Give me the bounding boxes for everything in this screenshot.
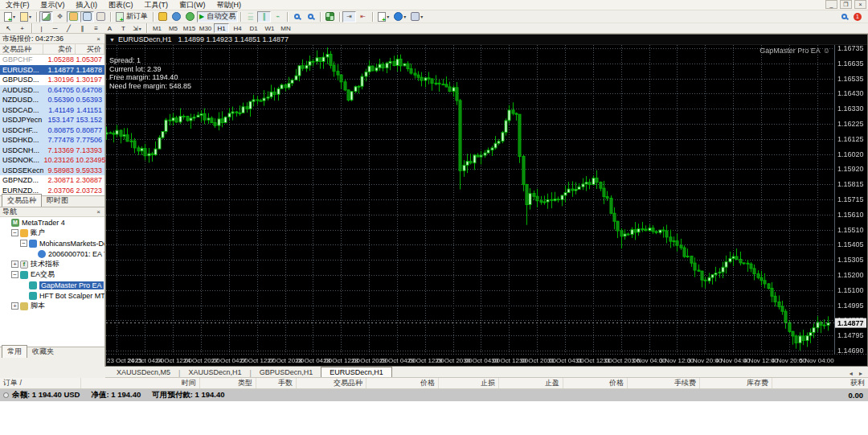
menu-item-工具[interactable]: 工具(T) xyxy=(139,0,174,10)
expand-icon[interactable]: + xyxy=(11,261,18,268)
navigator-tab-常用[interactable]: 常用 xyxy=(2,345,27,358)
label-tool[interactable]: T xyxy=(117,23,130,34)
trendline-tool[interactable]: ╱ xyxy=(62,23,76,34)
terminal-column-7[interactable]: 止盈 xyxy=(498,378,563,388)
strategy-tester-toggle[interactable] xyxy=(94,11,108,23)
templates-button[interactable]: ▾ xyxy=(408,11,425,23)
collapse-icon[interactable]: − xyxy=(20,240,27,247)
bar-chart-button[interactable]: 𝄛 xyxy=(244,11,257,23)
ea-smiley-icon[interactable]: ☺ xyxy=(823,47,830,55)
market-button[interactable] xyxy=(183,11,197,23)
navigator-item[interactable]: MMetaTrader 4 xyxy=(0,217,104,228)
market-watch-row[interactable]: USDCHF...0.808750.80877 xyxy=(0,125,104,136)
channel-tool[interactable]: ∥ xyxy=(76,23,89,34)
chart-plot-area[interactable]: Spread: 1Current lot: 2.39Free margin: 1… xyxy=(106,45,867,366)
chart-tab-XAUUSDecn,H1[interactable]: XAUUSDecn,H1 xyxy=(180,367,249,377)
market-watch-toggle[interactable] xyxy=(39,11,53,23)
timeframe-H1[interactable]: H1 xyxy=(214,23,229,33)
market-watch-row[interactable]: GBPCHF1.052881.05307 xyxy=(0,55,104,65)
collapse-icon[interactable] xyxy=(3,392,9,398)
terminal-column-2[interactable]: 类型 xyxy=(199,378,256,388)
timeframe-M30[interactable]: M30 xyxy=(198,23,213,33)
column-header-1[interactable]: 卖价 xyxy=(43,44,76,54)
chart-tab-GBPUSDecn,H1[interactable]: GBPUSDecn,H1 xyxy=(252,367,321,377)
data-window-toggle[interactable]: ✥ xyxy=(53,11,67,23)
menu-item-插入[interactable]: 插入(I) xyxy=(71,0,104,10)
navigator-tab-收藏夹[interactable]: 收藏夹 xyxy=(27,346,59,358)
navigator-item[interactable]: GapMaster Pro EA xyxy=(0,280,104,290)
chart-tab-XAUUSDecn,M5[interactable]: XAUUSDecn,M5 xyxy=(108,367,178,377)
close-icon[interactable]: × xyxy=(95,208,102,215)
terminal-column-4[interactable]: 交易品种 xyxy=(296,378,366,388)
navigator-item[interactable]: +脚本 xyxy=(0,301,104,311)
terminal-column-3[interactable]: 手数 xyxy=(256,378,296,388)
column-header-2[interactable]: 买价 xyxy=(76,44,104,54)
navigator-item[interactable]: −账户 xyxy=(0,228,104,238)
menu-item-帮助[interactable]: 帮助(H) xyxy=(211,0,248,10)
terminal-column-6[interactable]: 止损 xyxy=(438,378,498,388)
chart-titlebar[interactable]: ▼ EURUSDecn,H1 1.14899 1.14923 1.14851 1… xyxy=(106,35,867,45)
timeframe-M15[interactable]: M15 xyxy=(182,23,197,33)
navigator-item[interactable]: +f技术指标 xyxy=(0,259,104,269)
periods-button[interactable]: ▾ xyxy=(391,11,408,23)
tab-scroll-arrows[interactable]: ◂ ▸ xyxy=(850,370,865,377)
terminal-toggle[interactable] xyxy=(80,11,94,23)
navigator-toggle[interactable] xyxy=(67,11,80,23)
terminal-column-9[interactable]: 手续费 xyxy=(627,378,699,388)
minimize-button[interactable]: _ xyxy=(825,0,837,9)
market-watch-row[interactable]: AUDUSD...0.647050.64708 xyxy=(0,85,104,96)
terminal-column-8[interactable]: 价格 xyxy=(563,378,627,388)
navigator-item[interactable]: −EA交易 xyxy=(0,269,104,280)
market-watch-row[interactable]: USDCAD...1.411491.41151 xyxy=(0,105,104,116)
zoom-out-button[interactable] xyxy=(304,11,317,23)
chart-tab-EURUSDecn,H1[interactable]: EURUSDecn,H1 xyxy=(321,367,392,377)
close-icon[interactable]: × xyxy=(95,35,102,43)
restore-button[interactable]: ❐ xyxy=(840,0,852,9)
crosshair-tool[interactable]: + xyxy=(15,23,29,34)
horizontal-line-tool[interactable]: ─ xyxy=(48,23,62,34)
close-button[interactable]: × xyxy=(854,0,866,9)
market-watch-row[interactable]: NZDUSD...0.563900.56393 xyxy=(0,95,104,105)
indicators-button[interactable]: +▾ xyxy=(375,11,391,23)
chart-shift-button[interactable]: ⇤ xyxy=(356,11,370,23)
menu-item-显示[interactable]: 显示(V) xyxy=(35,0,71,10)
market-watch-row[interactable]: EURUSD...1.148771.14878 xyxy=(0,65,104,76)
new-chart-button[interactable]: +▾ xyxy=(2,11,18,23)
terminal-column-11[interactable]: 获利 xyxy=(772,378,868,388)
timeframe-H4[interactable]: H4 xyxy=(230,23,245,33)
market-watch-row[interactable]: USDSEKecn9.589839.59333 xyxy=(0,166,104,176)
market-watch-row[interactable]: USDJPYecn153.147153.152 xyxy=(0,115,104,125)
timeframe-M5[interactable]: M5 xyxy=(166,23,181,33)
timeframe-M1[interactable]: M1 xyxy=(149,23,165,33)
terminal-column-1[interactable]: 时间 xyxy=(80,378,199,388)
market-watch-tab-即时图[interactable]: 即时图 xyxy=(42,195,73,207)
arrows-tool[interactable]: ⇲▾ xyxy=(130,23,144,34)
autotrading-button[interactable]: ▶ 自动交易 xyxy=(197,11,238,23)
one-click-trading-collapse-icon[interactable]: ▼ xyxy=(109,37,115,43)
menu-item-窗口[interactable]: 窗口(W) xyxy=(174,0,211,10)
market-watch-row[interactable]: USDCNH...7.133697.13393 xyxy=(0,146,104,156)
new-order-button[interactable]: + 新订单 xyxy=(113,11,150,23)
timeframe-W1[interactable]: W1 xyxy=(262,23,277,33)
notification-badge[interactable]: 1 xyxy=(854,13,862,21)
terminal-column-10[interactable]: 库存费 xyxy=(699,378,772,388)
collapse-icon[interactable]: − xyxy=(11,229,18,236)
market-watch-row[interactable]: GBPNZD...2.308712.30887 xyxy=(0,175,104,186)
navigator-item[interactable]: 2006000701: EA Tset K xyxy=(0,248,104,259)
market-watch-row[interactable]: USDNOK...10.2312610.23495 xyxy=(0,155,104,166)
expand-icon[interactable]: + xyxy=(11,302,18,310)
terminal-column-5[interactable]: 价格 xyxy=(366,378,438,388)
menu-item-图表[interactable]: 图表(C) xyxy=(103,0,139,10)
tile-windows-button[interactable] xyxy=(323,11,337,23)
balance-row[interactable]: 余额: 1 194.40 USD 净值: 1 194.40 可用预付款: 1 1… xyxy=(0,389,868,401)
market-watch-row[interactable]: GBPUSD...1.301961.30197 xyxy=(0,75,104,85)
vertical-line-tool[interactable]: | xyxy=(35,23,48,34)
profiles-button[interactable]: ▾ xyxy=(18,11,34,23)
terminal-column-0[interactable]: 订单 / xyxy=(0,378,80,388)
market-watch-tab-交易品种[interactable]: 交易品种 xyxy=(2,194,42,207)
fibonacci-tool[interactable]: ≡ xyxy=(89,23,103,34)
candlestick-chart-canvas[interactable] xyxy=(106,45,867,366)
line-chart-button[interactable]: ⌁ xyxy=(271,11,285,23)
timeframe-D1[interactable]: D1 xyxy=(246,23,261,33)
cursor-tool[interactable]: ↖ xyxy=(2,23,15,34)
